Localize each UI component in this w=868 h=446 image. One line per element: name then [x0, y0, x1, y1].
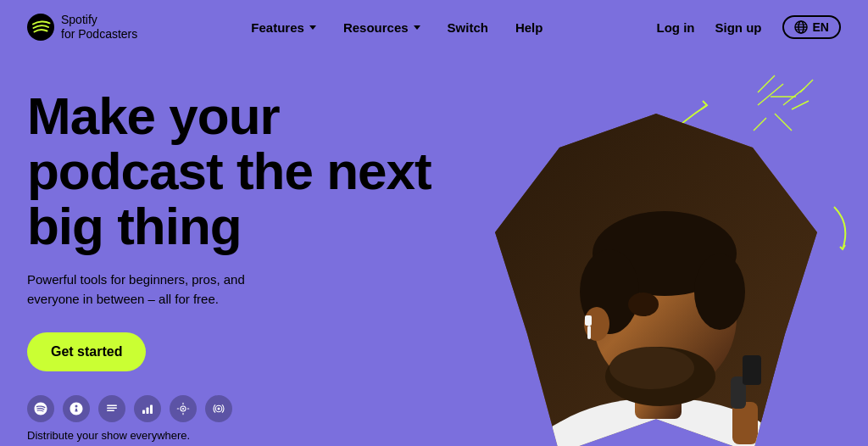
- hero-title: Make your podcast the next big thing: [27, 88, 434, 254]
- overcast-icon: [205, 395, 232, 422]
- language-selector[interactable]: EN: [782, 15, 841, 39]
- nav-switch[interactable]: Switch: [448, 20, 488, 35]
- features-chevron-icon: [309, 25, 316, 30]
- svg-point-15: [218, 408, 220, 410]
- svg-line-18: [783, 88, 804, 105]
- amazon-music-icon: [98, 395, 125, 422]
- get-started-button[interactable]: Get started: [27, 332, 146, 371]
- svg-rect-9: [142, 410, 145, 415]
- svg-rect-38: [587, 326, 591, 339]
- apple-podcasts-icon: [63, 395, 90, 422]
- svg-line-19: [758, 75, 775, 92]
- svg-line-23: [800, 80, 813, 92]
- svg-line-22: [754, 118, 766, 131]
- svg-rect-11: [150, 405, 153, 415]
- svg-rect-8: [107, 405, 117, 407]
- distribute-text: Distribute your show everywhere.: [27, 429, 434, 442]
- hero-section: Make your podcast the next big thing Pow…: [0, 54, 868, 446]
- nav-resources[interactable]: Resources: [343, 20, 420, 35]
- chartable-icon: [134, 395, 161, 422]
- svg-rect-37: [585, 315, 592, 326]
- nav-center-links: Features Resources Switch Help: [251, 20, 542, 35]
- svg-rect-7: [107, 410, 114, 412]
- hero-content: Make your podcast the next big thing Pow…: [27, 71, 434, 442]
- svg-rect-10: [147, 408, 149, 415]
- navbar: Spotifyfor Podcasters Features Resources…: [0, 0, 868, 54]
- hero-blob-shape: [495, 114, 817, 446]
- blob-container: [419, 54, 868, 446]
- hero-blob-fill: [495, 114, 817, 446]
- svg-point-34: [609, 347, 694, 389]
- svg-line-16: [758, 84, 783, 105]
- brand-logo[interactable]: Spotifyfor Podcasters: [27, 13, 137, 42]
- spotify-platform-icon: [27, 395, 54, 422]
- svg-rect-6: [107, 408, 117, 410]
- nav-login[interactable]: Log in: [657, 20, 695, 35]
- globe-icon: [794, 20, 808, 34]
- svg-point-0: [27, 14, 54, 41]
- svg-point-35: [628, 293, 659, 316]
- hero-image: [419, 54, 868, 446]
- svg-line-20: [792, 101, 809, 109]
- nav-features[interactable]: Features: [251, 20, 316, 35]
- hero-subtitle: Powerful tools for beginners, pros, and …: [27, 270, 281, 309]
- svg-point-13: [182, 408, 184, 410]
- nav-right-actions: Log in Sign up EN: [657, 15, 841, 39]
- nav-help[interactable]: Help: [515, 20, 543, 35]
- svg-rect-41: [743, 355, 761, 385]
- svg-point-32: [694, 254, 745, 330]
- brand-name-text: Spotifyfor Podcasters: [61, 13, 137, 42]
- lang-label: EN: [813, 20, 829, 34]
- svg-line-21: [775, 114, 792, 131]
- nav-signup[interactable]: Sign up: [715, 20, 762, 35]
- iheartradio-icon: [170, 395, 197, 422]
- resources-chevron-icon: [414, 25, 420, 30]
- platform-icons-row: [27, 395, 434, 422]
